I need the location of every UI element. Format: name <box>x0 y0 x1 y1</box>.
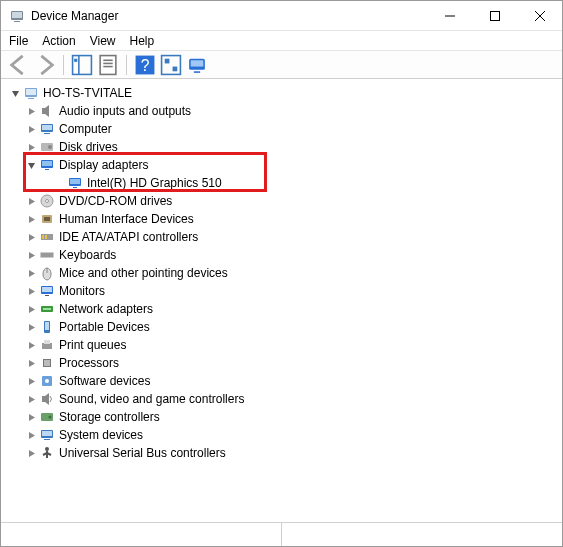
expand-toggle[interactable] <box>23 413 39 422</box>
dvd-icon <box>39 193 55 209</box>
expand-toggle[interactable] <box>23 323 39 332</box>
tree-node-label: Keyboards <box>59 248 116 262</box>
window-title: Device Manager <box>31 9 118 23</box>
svg-rect-42 <box>42 235 44 239</box>
storage-icon <box>39 409 55 425</box>
svg-rect-21 <box>194 71 200 73</box>
tree-node-label: DVD/CD-ROM drives <box>59 194 172 208</box>
tree-node-universal-serial-bus-controllers[interactable]: Universal Serial Bus controllers <box>3 444 562 462</box>
cpu-icon <box>39 355 55 371</box>
menu-action[interactable]: Action <box>42 34 75 48</box>
maximize-button[interactable] <box>472 1 517 30</box>
status-cell <box>1 523 282 546</box>
devices-view-button[interactable] <box>185 54 209 76</box>
network-icon <box>39 301 55 317</box>
collapse-toggle[interactable] <box>23 161 39 170</box>
tree-node-audio-inputs-and-outputs[interactable]: Audio inputs and outputs <box>3 102 562 120</box>
help-button[interactable]: ? <box>133 54 157 76</box>
portable-icon <box>39 319 55 335</box>
tree-node-human-interface-devices[interactable]: Human Interface Devices <box>3 210 562 228</box>
expand-toggle[interactable] <box>23 359 39 368</box>
device-tree[interactable]: HO-TS-TVITALEAudio inputs and outputsCom… <box>1 80 562 522</box>
tree-node-intel-r-hd-graphics-510[interactable]: Intel(R) HD Graphics 510 <box>3 174 562 192</box>
tree-node-label: Display adapters <box>59 158 148 172</box>
scan-hardware-button[interactable] <box>159 54 183 76</box>
monitor-icon <box>39 283 55 299</box>
printer-icon <box>39 337 55 353</box>
tree-node-computer[interactable]: Computer <box>3 120 562 138</box>
tree-node-processors[interactable]: Processors <box>3 354 562 372</box>
svg-rect-35 <box>70 179 80 184</box>
expand-toggle[interactable] <box>23 341 39 350</box>
menu-file[interactable]: File <box>9 34 28 48</box>
expand-toggle[interactable] <box>23 269 39 278</box>
expand-toggle[interactable] <box>23 377 39 386</box>
expand-toggle[interactable] <box>23 395 39 404</box>
svg-rect-20 <box>191 60 204 66</box>
tree-node-dvd-cd-rom-drives[interactable]: DVD/CD-ROM drives <box>3 192 562 210</box>
tree-node-label: Processors <box>59 356 119 370</box>
tree-node-ide-ata-atapi-controllers[interactable]: IDE ATA/ATAPI controllers <box>3 228 562 246</box>
tree-node-disk-drives[interactable]: Disk drives <box>3 138 562 156</box>
show-hide-tree-button[interactable] <box>70 54 94 76</box>
display-icon <box>67 175 83 191</box>
svg-rect-58 <box>44 360 50 366</box>
app-icon <box>9 8 25 24</box>
back-button[interactable] <box>7 54 31 76</box>
audio-icon <box>39 103 55 119</box>
svg-rect-25 <box>42 108 45 114</box>
tree-node-label: Sound, video and game controllers <box>59 392 244 406</box>
tree-node-monitors[interactable]: Monitors <box>3 282 562 300</box>
expand-toggle[interactable] <box>23 215 39 224</box>
tree-node-root[interactable]: HO-TS-TVITALE <box>3 84 562 102</box>
expand-toggle[interactable] <box>23 431 39 440</box>
tree-node-portable-devices[interactable]: Portable Devices <box>3 318 562 336</box>
expand-toggle[interactable] <box>23 107 39 116</box>
expand-toggle[interactable] <box>23 233 39 242</box>
tree-node-label: System devices <box>59 428 143 442</box>
system-icon <box>39 427 55 443</box>
expand-toggle[interactable] <box>23 125 39 134</box>
svg-rect-33 <box>45 169 49 170</box>
sound-icon <box>39 391 55 407</box>
menu-help[interactable]: Help <box>130 34 155 48</box>
svg-rect-43 <box>45 235 47 239</box>
svg-rect-2 <box>14 21 20 22</box>
tree-node-storage-controllers[interactable]: Storage controllers <box>3 408 562 426</box>
minimize-button[interactable] <box>427 1 472 30</box>
expand-toggle[interactable] <box>23 305 39 314</box>
disk-icon <box>39 139 55 155</box>
expand-toggle[interactable] <box>23 251 39 260</box>
forward-button[interactable] <box>33 54 57 76</box>
svg-rect-50 <box>45 295 49 296</box>
menu-view[interactable]: View <box>90 34 116 48</box>
keyboard-icon <box>39 247 55 263</box>
expand-toggle[interactable] <box>23 143 39 152</box>
properties-button[interactable] <box>96 54 120 76</box>
tree-node-print-queues[interactable]: Print queues <box>3 336 562 354</box>
tree-node-sound-video-and-game-controllers[interactable]: Sound, video and game controllers <box>3 390 562 408</box>
tree-node-label: IDE ATA/ATAPI controllers <box>59 230 198 244</box>
svg-rect-56 <box>44 340 50 344</box>
expand-toggle[interactable] <box>23 287 39 296</box>
tree-node-display-adapters[interactable]: Display adapters <box>3 156 562 174</box>
expand-toggle[interactable] <box>23 197 39 206</box>
tree-node-system-devices[interactable]: System devices <box>3 426 562 444</box>
svg-rect-45 <box>41 253 53 257</box>
menubar: File Action View Help <box>1 31 562 51</box>
tree-node-label: Print queues <box>59 338 126 352</box>
tree-node-label: Mice and other pointing devices <box>59 266 228 280</box>
svg-rect-18 <box>173 66 178 71</box>
tree-node-mice-and-other-pointing-devices[interactable]: Mice and other pointing devices <box>3 264 562 282</box>
mouse-icon <box>39 265 55 281</box>
close-button[interactable] <box>517 1 562 30</box>
tree-node-software-devices[interactable]: Software devices <box>3 372 562 390</box>
tree-node-keyboards[interactable]: Keyboards <box>3 246 562 264</box>
tree-node-label: Monitors <box>59 284 105 298</box>
svg-rect-1 <box>12 12 22 18</box>
expand-toggle[interactable] <box>23 449 39 458</box>
svg-rect-4 <box>490 11 499 20</box>
collapse-toggle[interactable] <box>7 89 23 98</box>
computer-icon <box>39 121 55 137</box>
tree-node-network-adapters[interactable]: Network adapters <box>3 300 562 318</box>
